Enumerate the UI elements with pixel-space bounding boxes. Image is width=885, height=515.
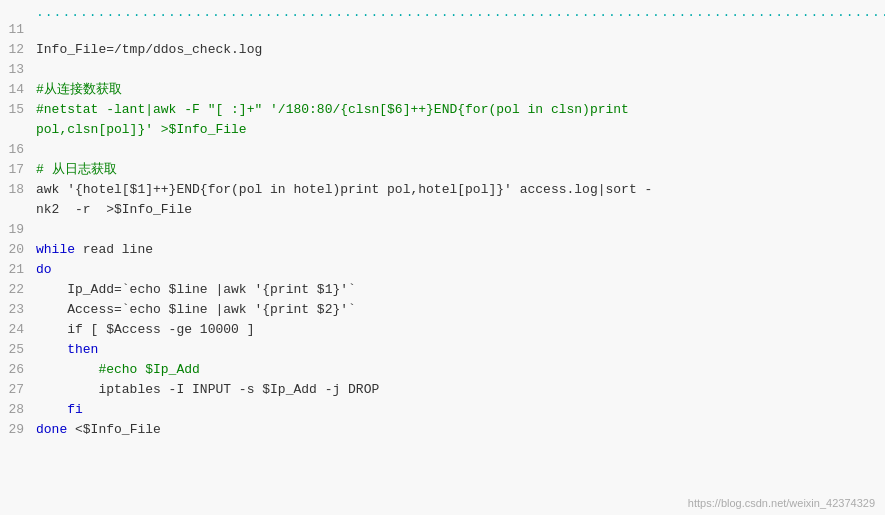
code-line: 13 bbox=[0, 60, 885, 80]
line-content: Ip_Add=`echo $line |awk '{print $1}'` bbox=[32, 280, 885, 300]
line-content: fi bbox=[32, 400, 885, 420]
line-number: 25 bbox=[0, 340, 32, 360]
code-container: ........................................… bbox=[0, 0, 885, 515]
line-content: #netstat -lant|awk -F "[ :]+" '/180:80/{… bbox=[32, 100, 885, 120]
line-number: 15 bbox=[0, 100, 32, 120]
line-content: #从连接数获取 bbox=[32, 80, 885, 100]
line-number: 28 bbox=[0, 400, 32, 420]
code-line: 18 awk '{hotel[$1]++}END{for(pol in hote… bbox=[0, 180, 885, 200]
line-content: while read line bbox=[32, 240, 885, 260]
line-content: Info_File=/tmp/ddos_check.log bbox=[32, 40, 885, 60]
line-content: do bbox=[32, 260, 885, 280]
line-number: 11 bbox=[0, 20, 32, 40]
watermark: https://blog.csdn.net/weixin_42374329 bbox=[688, 497, 875, 509]
line-content: nk2 -r >$Info_File bbox=[32, 200, 885, 220]
code-line: 15 #netstat -lant|awk -F "[ :]+" '/180:8… bbox=[0, 100, 885, 120]
line-content: awk '{hotel[$1]++}END{for(pol in hotel)p… bbox=[32, 180, 885, 200]
line-content: # 从日志获取 bbox=[32, 160, 885, 180]
line-number: 24 bbox=[0, 320, 32, 340]
line-number: 26 bbox=[0, 360, 32, 380]
line-content: #echo $Ip_Add bbox=[32, 360, 885, 380]
line-number: 19 bbox=[0, 220, 32, 240]
code-line-wrap: nk2 -r >$Info_File bbox=[0, 200, 885, 220]
line-number: 22 bbox=[0, 280, 32, 300]
line-content: then bbox=[32, 340, 885, 360]
code-line: 20 while read line bbox=[0, 240, 885, 260]
line-number: 18 bbox=[0, 180, 32, 200]
line-content: if [ $Access -ge 10000 ] bbox=[32, 320, 885, 340]
line-number: 14 bbox=[0, 80, 32, 100]
code-line-wrap: pol,clsn[pol]}' >$Info_File bbox=[0, 120, 885, 140]
code-line: 22 Ip_Add=`echo $line |awk '{print $1}'` bbox=[0, 280, 885, 300]
line-number: 16 bbox=[0, 140, 32, 160]
line-number: 17 bbox=[0, 160, 32, 180]
line-number: 27 bbox=[0, 380, 32, 400]
line-number: 23 bbox=[0, 300, 32, 320]
line-content: iptables -I INPUT -s $Ip_Add -j DROP bbox=[32, 380, 885, 400]
line-content: Access=`echo $line |awk '{print $2}'` bbox=[32, 300, 885, 320]
code-line: 17 # 从日志获取 bbox=[0, 160, 885, 180]
line-number: 13 bbox=[0, 60, 32, 80]
code-line: 26 #echo $Ip_Add bbox=[0, 360, 885, 380]
code-line: 12 Info_File=/tmp/ddos_check.log bbox=[0, 40, 885, 60]
top-decoration: ........................................… bbox=[0, 4, 885, 20]
line-number: 29 bbox=[0, 420, 32, 440]
code-line: 14 #从连接数获取 bbox=[0, 80, 885, 100]
code-line: 19 bbox=[0, 220, 885, 240]
line-number: 20 bbox=[0, 240, 32, 260]
line-content: done <$Info_File bbox=[32, 420, 885, 440]
code-line: 27 iptables -I INPUT -s $Ip_Add -j DROP bbox=[0, 380, 885, 400]
code-line: 21 do bbox=[0, 260, 885, 280]
code-line: 16 bbox=[0, 140, 885, 160]
line-number: 12 bbox=[0, 40, 32, 60]
line-number: 21 bbox=[0, 260, 32, 280]
code-line: 24 if [ $Access -ge 10000 ] bbox=[0, 320, 885, 340]
code-line: 28 fi bbox=[0, 400, 885, 420]
code-line: 23 Access=`echo $line |awk '{print $2}'` bbox=[0, 300, 885, 320]
code-line: 25 then bbox=[0, 340, 885, 360]
code-line: 29 done <$Info_File bbox=[0, 420, 885, 440]
code-line: 11 bbox=[0, 20, 885, 40]
line-content: pol,clsn[pol]}' >$Info_File bbox=[32, 120, 885, 140]
